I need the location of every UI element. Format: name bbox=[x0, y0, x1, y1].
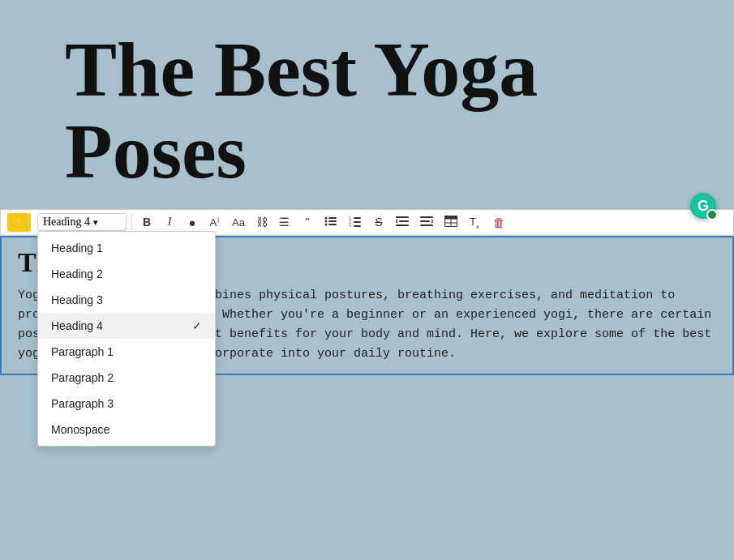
dropdown-item-heading3[interactable]: Heading 3 bbox=[38, 287, 215, 313]
bullet-icon: ● bbox=[188, 216, 195, 229]
strikethrough-icon: S bbox=[375, 216, 382, 229]
ordered-list-button[interactable]: 1. 2. 3. bbox=[345, 213, 366, 232]
table-icon bbox=[444, 216, 457, 229]
svg-rect-7 bbox=[354, 217, 361, 219]
svg-rect-13 bbox=[399, 220, 409, 222]
dropdown-label-paragraph3: Paragraph 3 bbox=[51, 397, 114, 410]
dropdown-item-paragraph3[interactable]: Paragraph 3 bbox=[38, 391, 215, 417]
grammarly-status-dot bbox=[706, 209, 718, 220]
italic-button[interactable]: I bbox=[160, 213, 179, 231]
svg-rect-16 bbox=[420, 220, 430, 222]
svg-rect-11 bbox=[354, 225, 361, 227]
editor-toolbar: ⚡ Heading 4 ▾ Heading 1 Heading 2 Headin… bbox=[0, 209, 734, 237]
svg-rect-9 bbox=[354, 221, 361, 223]
page-title: The Best Yoga Poses bbox=[32, 15, 702, 201]
svg-point-2 bbox=[324, 220, 327, 222]
svg-point-4 bbox=[324, 223, 327, 225]
dropdown-label-heading4: Heading 4 bbox=[51, 319, 103, 332]
heading-selector-wrapper[interactable]: Heading 4 ▾ Heading 1 Heading 2 Heading … bbox=[37, 213, 127, 231]
dropdown-item-paragraph1[interactable]: Paragraph 1 bbox=[38, 339, 215, 365]
text-size-button[interactable]: A↕ bbox=[205, 213, 225, 231]
indent-right-icon bbox=[420, 216, 433, 229]
dropdown-item-monospace[interactable]: Monospace bbox=[38, 417, 215, 442]
main-title-area: The Best Yoga Poses bbox=[0, 0, 734, 209]
text-size-icon: A↕ bbox=[209, 216, 220, 229]
link-icon: ⛓ bbox=[256, 216, 268, 229]
strikethrough-button[interactable]: S bbox=[369, 213, 388, 231]
clear-format-icon: Tx bbox=[470, 216, 479, 230]
dropdown-item-heading2[interactable]: Heading 2 bbox=[38, 261, 215, 287]
svg-text:3.: 3. bbox=[349, 224, 352, 227]
quote-button[interactable]: " bbox=[298, 213, 317, 231]
delete-icon: 🗑 bbox=[493, 216, 505, 229]
link-button[interactable]: ⛓ bbox=[252, 213, 272, 231]
bold-icon: B bbox=[143, 216, 151, 229]
bullet-button[interactable]: ● bbox=[182, 213, 202, 232]
align-icon: ☰ bbox=[279, 216, 290, 229]
ordered-list-icon: 1. 2. 3. bbox=[349, 216, 362, 229]
font-case-icon: Aa bbox=[232, 216, 245, 229]
svg-rect-15 bbox=[420, 216, 433, 218]
dropdown-label-heading3: Heading 3 bbox=[51, 293, 103, 306]
toolbar-bolt-icon[interactable]: ⚡ bbox=[7, 213, 31, 232]
dropdown-label-heading2: Heading 2 bbox=[51, 267, 103, 280]
unordered-list-icon bbox=[324, 216, 337, 229]
svg-rect-14 bbox=[396, 224, 409, 226]
clear-format-button[interactable]: Tx bbox=[465, 213, 484, 233]
grammarly-badge: G bbox=[690, 193, 716, 219]
heading-selector-label: Heading 4 bbox=[43, 216, 90, 229]
indent-right-button[interactable] bbox=[416, 213, 437, 232]
svg-rect-12 bbox=[396, 216, 409, 218]
quote-icon: " bbox=[305, 216, 309, 229]
heading-dropdown: Heading 1 Heading 2 Heading 3 Heading 4 … bbox=[37, 231, 216, 447]
dropdown-label-heading1: Heading 1 bbox=[51, 242, 103, 254]
bold-button[interactable]: B bbox=[137, 213, 157, 231]
dropdown-label-paragraph2: Paragraph 2 bbox=[51, 371, 114, 384]
align-button[interactable]: ☰ bbox=[275, 213, 294, 231]
svg-rect-5 bbox=[328, 224, 337, 225]
svg-rect-1 bbox=[328, 217, 337, 219]
checkmark-icon: ✓ bbox=[192, 319, 202, 332]
table-button[interactable] bbox=[440, 213, 461, 232]
indent-left-button[interactable] bbox=[392, 213, 413, 232]
delete-button[interactable]: 🗑 bbox=[489, 213, 509, 232]
dropdown-label-paragraph1: Paragraph 1 bbox=[51, 345, 114, 358]
heading-selector[interactable]: Heading 4 ▾ bbox=[37, 213, 127, 231]
dropdown-label-monospace: Monospace bbox=[51, 423, 109, 436]
indent-left-icon bbox=[396, 216, 409, 229]
dropdown-item-heading1[interactable]: Heading 1 bbox=[38, 235, 215, 261]
unordered-list-button[interactable] bbox=[320, 213, 341, 232]
chevron-down-icon: ▾ bbox=[93, 217, 98, 228]
dropdown-item-paragraph2[interactable]: Paragraph 2 bbox=[38, 365, 215, 391]
italic-icon: I bbox=[168, 216, 172, 229]
dropdown-item-heading4[interactable]: Heading 4 ✓ bbox=[38, 313, 215, 339]
svg-rect-3 bbox=[328, 220, 337, 222]
font-case-button[interactable]: Aa bbox=[228, 214, 249, 231]
svg-rect-17 bbox=[420, 224, 433, 226]
svg-rect-19 bbox=[444, 216, 457, 219]
svg-point-0 bbox=[324, 216, 327, 219]
toolbar-divider-1 bbox=[131, 213, 132, 231]
